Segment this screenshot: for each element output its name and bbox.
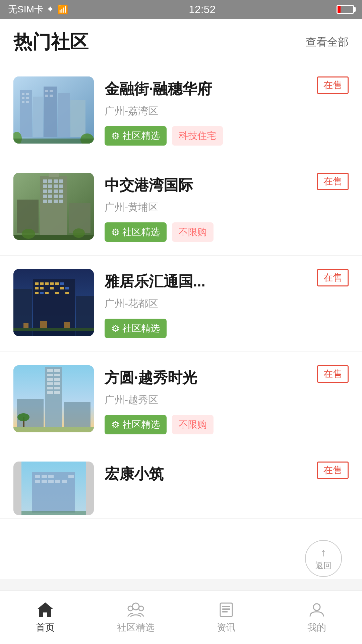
svg-rect-81: [54, 382, 60, 385]
svg-rect-10: [22, 101, 24, 103]
svg-rect-66: [65, 287, 69, 289]
back-to-top-button[interactable]: ↑ 返回: [305, 540, 342, 577]
property-location: 广州-黄埔区: [105, 201, 349, 214]
svg-rect-64: [40, 292, 44, 294]
property-info: 雅居乐汇通国... 广州-花都区 ⚙社区精选: [105, 269, 349, 338]
svg-rect-22: [48, 179, 52, 183]
wifi-icon: 📶: [57, 4, 68, 15]
property-info: 中交港湾国际 广州-黄埔区 ⚙社区精选 不限购: [105, 173, 349, 242]
property-name: 中交港湾国际: [105, 175, 349, 195]
property-tags: ⚙社区精选 科技住宅: [105, 126, 349, 146]
svg-rect-83: [54, 387, 60, 389]
battery-icon: [337, 5, 354, 14]
svg-rect-4: [58, 93, 70, 137]
property-tags: ⚙社区精选 不限购: [105, 415, 349, 434]
property-name: 宏康小筑: [105, 464, 349, 484]
svg-rect-57: [40, 287, 44, 289]
svg-rect-62: [55, 292, 59, 294]
svg-rect-98: [48, 480, 54, 483]
svg-rect-31: [54, 190, 58, 193]
tag-featured: ⚙社区精选: [105, 415, 167, 434]
svg-rect-96: [35, 480, 40, 483]
svg-rect-18: [13, 139, 94, 144]
status-badge: 在售: [317, 462, 349, 479]
nav-label-profile: 我的: [307, 621, 326, 634]
property-name: 雅居乐汇通国...: [105, 272, 349, 291]
gear-icon: ⚙: [111, 419, 120, 430]
nav-label-home: 首页: [36, 621, 55, 634]
svg-rect-55: [55, 282, 59, 285]
svg-point-46: [73, 228, 85, 238]
svg-rect-28: [59, 184, 63, 188]
page-title: 热门社区: [13, 30, 88, 55]
svg-rect-75: [54, 369, 60, 372]
property-item[interactable]: 方圆·越秀时光 广州-越秀区 ⚙社区精选 不限购 在售: [0, 352, 362, 448]
svg-point-45: [22, 229, 35, 239]
svg-rect-26: [48, 184, 52, 188]
property-item[interactable]: 雅居乐汇通国... 广州-花都区 ⚙社区精选 在售: [0, 256, 362, 352]
svg-rect-108: [222, 606, 230, 607]
svg-rect-61: [45, 292, 49, 294]
svg-rect-93: [35, 475, 40, 478]
svg-rect-32: [59, 190, 63, 193]
svg-rect-80: [47, 382, 53, 385]
svg-rect-1: [20, 90, 32, 137]
svg-rect-51: [35, 282, 39, 285]
home-icon: [37, 601, 54, 619]
svg-rect-14: [45, 95, 48, 97]
property-list: 金融街·融穗华府 广州-荔湾区 ⚙社区精选 科技住宅 在售: [0, 63, 362, 579]
svg-rect-6: [22, 93, 24, 95]
svg-rect-58: [50, 287, 54, 289]
svg-rect-63: [65, 292, 69, 294]
svg-rect-90: [13, 427, 94, 432]
svg-rect-25: [43, 184, 47, 188]
svg-rect-8: [22, 97, 24, 99]
status-left: 无SIM卡 ✦ 📶: [8, 3, 68, 16]
property-item[interactable]: 宏康小筑 在售: [0, 448, 362, 519]
status-badge: 在售: [317, 269, 349, 286]
svg-rect-53: [45, 282, 49, 285]
svg-rect-59: [60, 287, 64, 289]
battery-fill: [338, 6, 341, 13]
svg-rect-68: [23, 323, 28, 328]
property-item[interactable]: 中交港湾国际 广州-黄埔区 ⚙社区精选 不限购 在售: [0, 159, 362, 256]
svg-rect-52: [40, 282, 44, 285]
nav-item-community[interactable]: 社区精选: [90, 601, 181, 634]
community-icon: [127, 601, 144, 619]
arrow-up-icon: ↑: [321, 546, 326, 559]
svg-rect-15: [50, 95, 53, 97]
bottom-nav: 首页 社区精选 资讯: [0, 590, 362, 644]
svg-rect-23: [54, 179, 58, 183]
property-info: 方圆·越秀时光 广州-越秀区 ⚙社区精选 不限购: [105, 365, 349, 434]
svg-rect-7: [26, 93, 29, 95]
property-location: 广州-花都区: [105, 297, 349, 311]
svg-point-104: [132, 603, 139, 610]
property-image: [13, 76, 94, 144]
svg-rect-21: [43, 179, 47, 183]
nav-item-profile[interactable]: 我的: [272, 601, 362, 634]
nav-label-news: 资讯: [217, 621, 236, 634]
property-info: 宏康小筑: [105, 462, 349, 489]
property-name: 金融街·融穗华府: [105, 79, 349, 99]
svg-rect-110: [222, 611, 228, 612]
property-tags: ⚙社区精选: [105, 319, 349, 338]
gear-icon: ⚙: [111, 227, 120, 238]
svg-point-89: [17, 413, 29, 421]
view-all-button[interactable]: 查看全部: [306, 35, 349, 50]
gear-icon: ⚙: [111, 130, 120, 142]
svg-point-105: [128, 606, 133, 611]
svg-rect-101: [68, 475, 74, 478]
svg-rect-56: [35, 287, 39, 289]
property-location: 广州-荔湾区: [105, 104, 349, 118]
svg-rect-95: [48, 475, 54, 478]
svg-rect-40: [59, 200, 63, 203]
svg-rect-33: [43, 195, 47, 198]
svg-rect-67: [13, 328, 94, 331]
nav-item-news[interactable]: 资讯: [181, 601, 272, 634]
svg-rect-100: [62, 480, 67, 483]
property-item[interactable]: 金融街·融穗华府 广州-荔湾区 ⚙社区精选 科技住宅 在售: [0, 63, 362, 159]
svg-rect-38: [48, 200, 52, 203]
property-tags: ⚙社区精选 不限购: [105, 222, 349, 242]
nav-item-home[interactable]: 首页: [0, 601, 90, 634]
tag-nolimit: 不限购: [172, 222, 214, 242]
